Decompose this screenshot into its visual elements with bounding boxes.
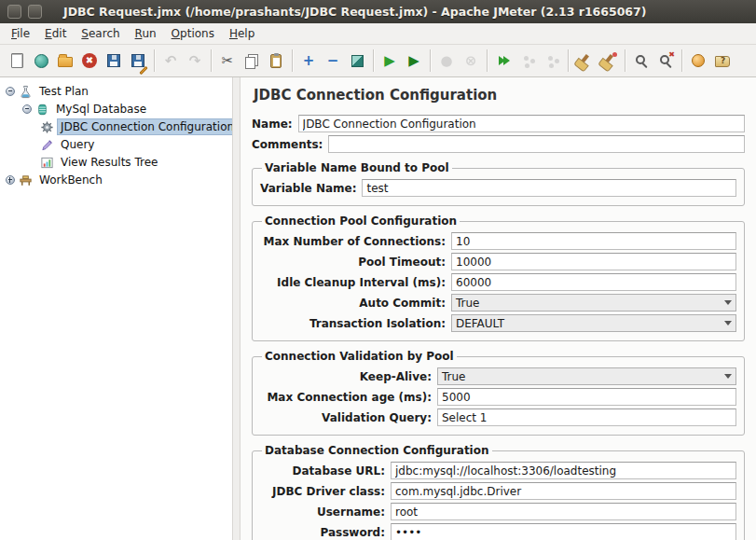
clear-icon <box>572 48 597 74</box>
config-panel: JDBC Connection Configuration Name: Comm… <box>241 77 756 540</box>
validation-query-field-row: Validation Query: <box>260 408 736 426</box>
tree-item-mysql-database[interactable]: MySql Database <box>0 101 232 118</box>
paste-button[interactable] <box>264 48 288 74</box>
function-helper-button[interactable] <box>686 48 710 74</box>
username-field[interactable] <box>391 503 736 520</box>
toolbar-separator <box>292 49 293 72</box>
tree-item-label: Test Plan <box>36 84 91 99</box>
password-field[interactable] <box>391 523 736 540</box>
search-reset-button[interactable]: ✖ <box>653 48 678 74</box>
panel-title: JDBC Connection Configuration <box>254 87 745 104</box>
menu-search[interactable]: Search <box>74 24 127 43</box>
database-url-field[interactable] <box>391 462 736 479</box>
tree-item-label: WorkBench <box>36 173 105 187</box>
save-as-button[interactable] <box>126 48 150 74</box>
paste-icon <box>264 48 288 74</box>
keep-alive-select[interactable]: True <box>437 367 736 385</box>
section-legend: Database Connection Configuration <box>262 444 492 457</box>
tree-item-jdbc-connection-configuration[interactable]: JDBC Connection Configuration <box>0 118 232 135</box>
clear-all-icon <box>597 48 621 74</box>
keep-alive-select-row: Keep-Alive:True <box>260 367 736 385</box>
remote-start-all-icon <box>491 48 515 74</box>
test-plan-icon <box>18 84 34 99</box>
tree-toggle[interactable] <box>6 87 15 96</box>
config-sections: Variable Name Bound to PoolVariable Name… <box>252 161 745 540</box>
menu-file[interactable]: File <box>4 24 37 43</box>
clear-button[interactable] <box>572 48 597 74</box>
help-icon <box>710 48 735 74</box>
jdbc-driver-class-field-row: JDBC Driver class: <box>260 482 736 500</box>
validation-query-field[interactable] <box>437 408 736 426</box>
redo-button: ↷ <box>183 48 207 74</box>
comments-label: Comments: <box>252 138 323 151</box>
templates-button[interactable] <box>29 48 53 74</box>
remote-start-all-button[interactable] <box>491 48 515 74</box>
collapse-all-button[interactable]: − <box>321 48 345 74</box>
clear-all-button[interactable] <box>597 48 621 74</box>
menu-options[interactable]: Options <box>164 24 222 43</box>
tree-item-workbench[interactable]: WorkBench <box>0 172 232 188</box>
cut-button[interactable]: ✂ <box>215 48 240 74</box>
save-as-icon <box>126 48 150 74</box>
auto-commit-select[interactable]: True <box>451 294 736 312</box>
name-input[interactable] <box>298 115 745 132</box>
tree-item-label: JDBC Connection Configuration <box>58 119 232 134</box>
toolbar-separator <box>154 49 155 72</box>
save-button[interactable] <box>102 48 126 74</box>
variable-name-field-row: Variable Name: <box>260 179 736 197</box>
name-label: Name: <box>252 118 293 131</box>
app-icon[interactable] <box>28 5 42 19</box>
variable-name-field[interactable] <box>362 179 736 197</box>
max-connections-field-label: Max Number of Connections: <box>260 235 451 248</box>
help-button[interactable] <box>710 48 735 74</box>
menubar: FileEditSearchRunOptionsHelp <box>0 23 756 45</box>
idle-cleanup-interval-field[interactable] <box>451 273 736 291</box>
tree-item-view-results-tree[interactable]: View Results Tree <box>0 154 232 171</box>
toggle-button[interactable] <box>345 48 369 74</box>
transaction-isolation-select[interactable]: DEFAULT <box>451 314 736 332</box>
max-connection-age-field[interactable] <box>437 388 736 406</box>
comments-input[interactable] <box>328 135 745 153</box>
max-connection-age-field-row: Max Connection age (ms): <box>260 388 736 406</box>
open-file-button[interactable] <box>53 48 77 74</box>
start-button[interactable]: ▶ <box>378 48 402 74</box>
menu-run[interactable]: Run <box>128 24 164 43</box>
stop-icon: ● <box>434 48 459 74</box>
tree-item-test-plan[interactable]: Test Plan <box>0 83 232 100</box>
database-url-field-label: Database URL: <box>260 464 391 478</box>
tree-item-label: Query <box>58 137 97 152</box>
transaction-isolation-select-row: Transaction Isolation:DEFAULT <box>260 314 736 332</box>
tree-item-query[interactable]: Query <box>0 136 232 153</box>
section-connection-validation-by-pool: Connection Validation by PoolKeep-Alive:… <box>252 350 745 436</box>
jdbc-driver-class-field[interactable] <box>391 482 736 500</box>
expand-all-button[interactable]: + <box>296 48 321 74</box>
save-icon <box>102 48 126 74</box>
start-no-pauses-button[interactable]: ▶ <box>402 48 426 74</box>
remote-stop-all-button <box>515 48 540 74</box>
config-element-icon <box>39 119 55 134</box>
auto-commit-select-value: True <box>456 297 480 310</box>
split-divider[interactable] <box>232 77 241 540</box>
toolbar-separator <box>681 49 682 72</box>
search-icon <box>629 48 653 74</box>
start-icon: ▶ <box>378 48 402 74</box>
jmeter-window: JDBC Request.jmx (/home/prashants/JDBC R… <box>0 0 756 540</box>
window-menu-icon[interactable] <box>7 5 21 19</box>
section-variable-name-bound-to-pool: Variable Name Bound to PoolVariable Name… <box>252 161 745 206</box>
tree-toggle[interactable] <box>22 104 32 114</box>
max-connections-field-row: Max Number of Connections: <box>260 232 736 250</box>
remote-stop-all-icon <box>515 48 540 74</box>
menu-help[interactable]: Help <box>222 24 262 43</box>
copy-button[interactable] <box>240 48 264 74</box>
section-legend: Variable Name Bound to Pool <box>262 161 452 174</box>
tree-toggle[interactable] <box>6 175 15 185</box>
dropdown-arrow-icon <box>724 374 732 379</box>
close-file-button[interactable]: ✖ <box>77 48 102 74</box>
menu-edit[interactable]: Edit <box>37 24 74 43</box>
transaction-isolation-select-value: DEFAULT <box>456 317 504 330</box>
new-file-button[interactable] <box>5 48 29 74</box>
workbench-icon <box>18 173 34 187</box>
search-button[interactable] <box>629 48 653 74</box>
max-connections-field[interactable] <box>451 232 736 250</box>
pool-timeout-field[interactable] <box>451 253 736 270</box>
